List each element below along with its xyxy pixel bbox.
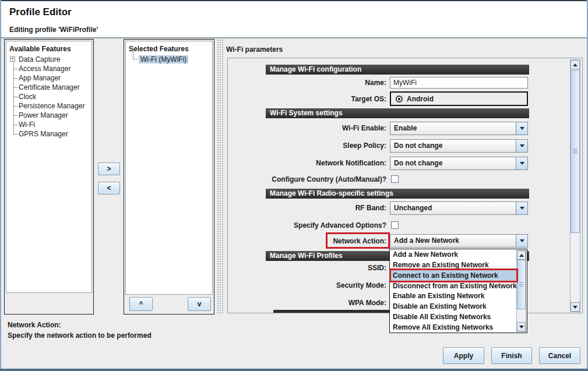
selected-features-tree[interactable]: Selected Features Wi-Fi (MyWiFi) — [125, 41, 213, 295]
dropdown-option-disable-network[interactable]: Disable an Existing Network — [390, 301, 517, 312]
wpa-mode-label: WPA Mode: — [228, 298, 386, 308]
available-features-panel: Available Features + Data Capture Access… — [4, 39, 94, 315]
window-frame-bottom — [0, 369, 588, 371]
network-notification-value: Do not change — [390, 157, 516, 169]
advanced-options-label: Specify Advanced Options? — [228, 221, 386, 230]
combo-arrow-button[interactable] — [516, 202, 527, 214]
tree-item-wifi[interactable]: Wi-Fi — [19, 120, 90, 129]
tree-item-label: Clock — [19, 93, 36, 101]
dropdown-option-add-network[interactable]: Add a New Network — [390, 249, 517, 260]
wifi-enable-label: Wi-Fi Enable: — [228, 123, 386, 133]
combo-arrow-button[interactable] — [516, 122, 527, 135]
combo-arrow-button[interactable] — [516, 157, 527, 169]
tree-item-label: Wi-Fi — [19, 121, 35, 129]
chevron-down-icon — [520, 144, 524, 147]
apply-button[interactable]: Apply — [443, 347, 484, 364]
tree-item-persistence-manager[interactable]: Persistence Manager — [19, 101, 90, 111]
thumb-grip — [573, 149, 578, 154]
finish-button[interactable]: Finish — [491, 347, 532, 364]
chevron-down-icon — [520, 162, 524, 165]
remove-feature-button[interactable]: < — [98, 182, 120, 195]
header-separator — [0, 37, 588, 38]
section-header-config: Manage Wi-Fi configuration — [266, 65, 529, 75]
chevron-down-icon — [520, 127, 524, 130]
selected-features-title: Selected Features — [129, 45, 189, 53]
tree-item-app-manager[interactable]: App Manager — [19, 73, 90, 83]
scrollbar-thumb[interactable] — [517, 260, 526, 309]
name-label: Name: — [228, 78, 386, 87]
target-os-label: Target OS: — [228, 94, 386, 104]
triangle-up-icon — [519, 254, 524, 257]
splitter-handle[interactable] — [217, 39, 223, 315]
selected-features-panel: Selected Features Wi-Fi (MyWiFi) — [124, 39, 214, 315]
rf-band-combobox[interactable]: Unchanged — [390, 202, 528, 215]
network-action-label-highlight — [326, 232, 390, 249]
status-field-name: Network Action: — [8, 321, 61, 329]
dropdown-items: Add a New Network Remove an Existing Net… — [390, 249, 517, 333]
triangle-up-icon — [573, 63, 578, 66]
network-action-combobox[interactable]: Add a New Network — [390, 234, 528, 248]
move-up-button[interactable]: ^ — [129, 297, 153, 311]
scroll-down-button[interactable] — [517, 322, 526, 331]
page-title: Profile Editor — [9, 6, 72, 18]
cancel-button[interactable]: Cancel — [539, 347, 580, 364]
chevron-down-icon — [520, 207, 524, 210]
tree-item-data-capture[interactable]: + Data Capture — [19, 55, 90, 64]
sleep-policy-value: Do not change — [390, 140, 516, 152]
section-header-system: Wi-Fi System settings — [266, 108, 529, 118]
name-input[interactable]: MyWiFi — [390, 77, 528, 89]
tree-item-label: Power Manager — [19, 111, 68, 119]
tree-item-gprs-manager[interactable]: GPRS Manager — [19, 129, 90, 139]
tree-item-power-manager[interactable]: Power Manager — [19, 111, 90, 120]
scroll-down-button[interactable] — [571, 302, 580, 312]
combo-arrow-button[interactable] — [516, 140, 527, 152]
android-radio[interactable] — [396, 96, 403, 103]
move-down-button[interactable]: v — [188, 297, 211, 311]
sleep-policy-combobox[interactable]: Do not change — [390, 139, 528, 153]
network-action-value: Add a New Network — [390, 235, 516, 247]
tree-item-label: Persistence Manager — [19, 102, 84, 110]
android-radio-label: Android — [407, 94, 434, 104]
tree-item-wifi-selected[interactable]: Wi-Fi (MyWiFi) — [139, 55, 225, 64]
window-header: Profile Editor Editing profile 'WiFiProf… — [1, 1, 587, 37]
connect-option-highlight — [389, 268, 518, 282]
network-action-dropdown-list: Add a New Network Remove an Existing Net… — [389, 249, 527, 333]
add-feature-button[interactable]: > — [98, 162, 120, 175]
selected-feature-label: Wi-Fi (MyWiFi) — [139, 55, 188, 63]
advanced-options-checkbox[interactable] — [391, 221, 399, 229]
available-features-title: Available Features — [9, 45, 71, 53]
ssid-label: SSID: — [228, 263, 386, 273]
combo-arrow-button[interactable] — [516, 235, 527, 247]
window-frame-left — [0, 0, 1, 371]
available-features-tree[interactable]: Available Features + Data Capture Access… — [6, 41, 92, 293]
sleep-policy-label: Sleep Policy: — [228, 141, 386, 150]
network-notification-combobox[interactable]: Do not change — [390, 157, 528, 170]
editing-profile-subtitle: Editing profile 'WiFiProfile' — [9, 26, 98, 34]
tree-connector-elbow — [133, 50, 138, 59]
tree-item-access-manager[interactable]: Access Manager — [19, 64, 90, 73]
rf-band-label: RF Band: — [228, 203, 386, 213]
status-field-description: Specify the network action to be perform… — [8, 331, 152, 340]
triangle-down-icon — [519, 326, 524, 328]
dropdown-scrollbar[interactable] — [516, 250, 526, 332]
tree-item-clock[interactable]: Clock — [19, 92, 90, 101]
dropdown-option-enable-network[interactable]: Enable an Existing Network — [390, 291, 517, 302]
configure-country-label: Configure Country (Auto/Manual)? — [228, 175, 386, 184]
scrollbar-thumb[interactable] — [571, 70, 580, 233]
dropdown-option-disable-all-networks[interactable]: Disable All Existing Networks — [390, 312, 517, 322]
wifi-enable-combobox[interactable]: Enable — [390, 122, 528, 135]
tree-item-label: Certificate Manager — [19, 83, 80, 91]
target-os-group: Android — [390, 91, 528, 106]
expand-icon[interactable]: + — [10, 56, 15, 62]
tree-item-label: GPRS Manager — [19, 130, 68, 138]
scroll-up-button[interactable] — [571, 60, 580, 69]
network-notification-label: Network Notification: — [228, 158, 386, 168]
configure-country-checkbox[interactable] — [391, 175, 399, 183]
triangle-down-icon — [573, 306, 578, 309]
dropdown-option-remove-all-networks[interactable]: Remove All Existing Networks — [390, 322, 517, 333]
window-frame-top — [0, 0, 588, 1]
scroll-up-button[interactable] — [517, 250, 526, 260]
form-vertical-scrollbar[interactable] — [570, 59, 580, 312]
security-mode-label: Security Mode: — [228, 281, 386, 290]
tree-item-certificate-manager[interactable]: Certificate Manager — [19, 83, 90, 92]
